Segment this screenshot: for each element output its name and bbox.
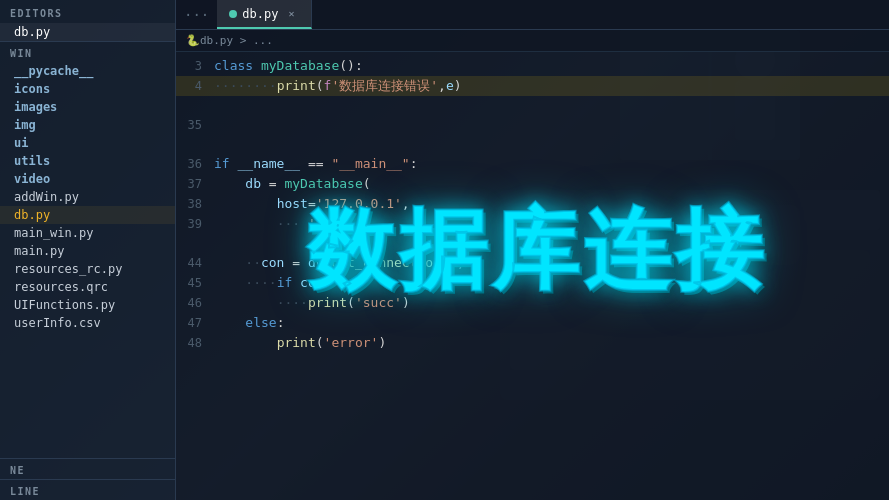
- line-content: ····if con:: [214, 273, 889, 292]
- line-number: 44: [176, 254, 214, 273]
- line-content: host='127.0.0.1',: [214, 194, 889, 213]
- sidebar-item-userinfo[interactable]: userInfo.csv: [0, 314, 175, 332]
- sidebar-item-resources-qrc[interactable]: resources.qrc: [0, 278, 175, 296]
- sidebar-item-pycache[interactable]: __pycache__: [0, 62, 175, 80]
- sidebar-item-images[interactable]: images: [0, 98, 175, 116]
- ide-container: EDITORS db.py WIN __pycache__ icons imag…: [0, 0, 889, 500]
- editor-area: ··· db.py ✕ 🐍 db.py > ... 3 class myData…: [176, 0, 889, 500]
- code-line-36: 36 if __name__ == "__main__":: [176, 154, 889, 174]
- sidebar-item-utils[interactable]: utils: [0, 152, 175, 170]
- code-lines: 3 class myDatabase(): 4 ········print(f'…: [176, 52, 889, 357]
- editors-section-label: EDITORS: [0, 0, 175, 23]
- line-content: [214, 234, 889, 253]
- code-line-3: 3 class myDatabase():: [176, 56, 889, 76]
- code-line-47: 47 else:: [176, 313, 889, 333]
- code-line-blank1: [176, 96, 889, 115]
- sidebar-item-uifunctions[interactable]: UIFunctions.py: [0, 296, 175, 314]
- sidebar-item-main[interactable]: main.py: [0, 242, 175, 260]
- line-number: 4: [176, 77, 214, 96]
- breadcrumb: 🐍 db.py > ...: [176, 30, 889, 52]
- line-number: 45: [176, 274, 214, 293]
- line-content: print('error'): [214, 333, 889, 352]
- line-content: [214, 135, 889, 154]
- sidebar-item-img[interactable]: img: [0, 116, 175, 134]
- line-number: 38: [176, 195, 214, 214]
- line-number: 37: [176, 175, 214, 194]
- code-line-4: 4 ········print(f'数据库连接错误',e): [176, 76, 889, 96]
- tab-python-icon: [229, 10, 237, 18]
- line-content: [214, 115, 889, 134]
- line-content: ········print(f'数据库连接错误',e): [214, 76, 889, 95]
- code-line-blank2: [176, 135, 889, 154]
- code-line-45: 45 ····if con:: [176, 273, 889, 293]
- sidebar-item-icons[interactable]: icons: [0, 80, 175, 98]
- sidebar-item-db-py-tab[interactable]: db.py: [0, 23, 175, 41]
- line-number: 35: [176, 116, 214, 135]
- win-section-label: WIN: [0, 41, 175, 62]
- tab-label: db.py: [242, 7, 278, 21]
- line-content: else:: [214, 313, 889, 332]
- code-editor[interactable]: 3 class myDatabase(): 4 ········print(f'…: [176, 52, 889, 500]
- code-line-46: 46 ····print('succ'): [176, 293, 889, 313]
- line-number: 46: [176, 294, 214, 313]
- code-line-38: 38 host='127.0.0.1',: [176, 194, 889, 214]
- sidebar-item-db-py[interactable]: db.py: [0, 206, 175, 224]
- sidebar: EDITORS db.py WIN __pycache__ icons imag…: [0, 0, 176, 500]
- tab-close-button[interactable]: ✕: [283, 6, 299, 22]
- line-content: if __name__ == "__main__":: [214, 154, 889, 173]
- line-content: ····print('succ'): [214, 293, 889, 312]
- sidebar-item-addwin[interactable]: addWin.py: [0, 188, 175, 206]
- line-number: 48: [176, 334, 214, 353]
- code-line-44: 44 ··con = db.get_connection();: [176, 253, 889, 273]
- line-number: 47: [176, 314, 214, 333]
- tab-overflow-button[interactable]: ···: [176, 7, 217, 23]
- sidebar-item-resources-rc[interactable]: resources_rc.py: [0, 260, 175, 278]
- sidebar-item-video[interactable]: video: [0, 170, 175, 188]
- breadcrumb-icon: 🐍: [186, 34, 200, 47]
- code-line-39: 39 ··· 'root': [176, 214, 889, 234]
- line-content: [214, 96, 889, 115]
- code-line-37: 37 db = myDatabase(: [176, 174, 889, 194]
- tab-db-py[interactable]: db.py ✕: [217, 0, 312, 29]
- line-content: db = myDatabase(: [214, 174, 889, 193]
- line-content: ··con = db.get_connection();: [214, 253, 889, 272]
- code-line-35: 35: [176, 115, 889, 135]
- code-line-blank3: [176, 234, 889, 253]
- line-number: 3: [176, 57, 214, 76]
- code-line-48: 48 print('error'): [176, 333, 889, 353]
- breadcrumb-text: db.py > ...: [200, 34, 273, 47]
- bottom-line-label: LINE: [0, 479, 175, 500]
- line-content: class myDatabase():: [214, 56, 889, 75]
- line-number: 39: [176, 215, 214, 234]
- sidebar-item-main-win[interactable]: main_win.py: [0, 224, 175, 242]
- bottom-ne-label: NE: [0, 458, 175, 479]
- line-number: 36: [176, 155, 214, 174]
- tab-bar: ··· db.py ✕: [176, 0, 889, 30]
- line-content: ··· 'root': [214, 214, 889, 233]
- sidebar-item-ui[interactable]: ui: [0, 134, 175, 152]
